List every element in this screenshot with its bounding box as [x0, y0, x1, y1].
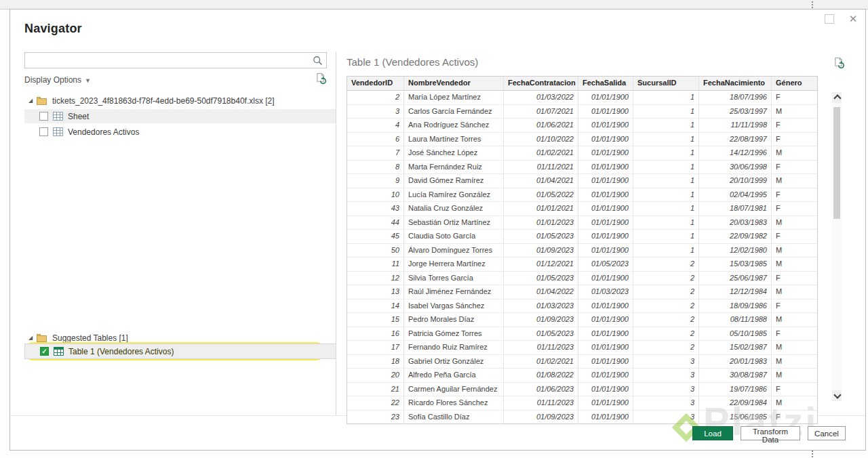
table-row: 50Álvaro Domínguez Torres01/09/202301/01…	[347, 244, 817, 258]
table-cell: 13	[347, 285, 404, 299]
table-cell: 01/05/2023	[578, 257, 633, 271]
table-cell: 25/06/1987	[699, 272, 772, 285]
table-cell: 20/01/1983	[699, 355, 772, 369]
scroll-up-button[interactable]	[832, 92, 842, 103]
window-title-strip	[0, 0, 868, 9]
suggested-tables-label: Suggested Tables [1]	[52, 333, 128, 343]
table-cell: 1	[633, 202, 699, 215]
table-cell: Marta Fernández Ruiz	[404, 161, 504, 174]
table-cell: 12	[347, 272, 404, 285]
table-row: 15Pedro Morales Díaz01/09/202301/01/1900…	[347, 313, 817, 327]
tree-node-table1-selected[interactable]: ✓ Table 1 (Vendedores Activos)	[24, 344, 336, 359]
table-cell: 01/05/2023	[504, 327, 578, 341]
table-cell: 01/01/1900	[578, 396, 633, 410]
table-cell: 11	[347, 257, 404, 271]
vertical-scrollbar[interactable]	[832, 92, 842, 401]
table-cell: 01/01/1900	[578, 146, 633, 160]
table-row: 6Laura Martínez Torres01/10/202201/01/19…	[347, 133, 817, 147]
scrollbar-thumb[interactable]	[833, 107, 840, 219]
scroll-down-button[interactable]	[832, 390, 842, 401]
table-cell: 01/01/1900	[578, 411, 633, 424]
worksheet-icon	[53, 127, 63, 136]
table-cell: Natalia Cruz González	[404, 202, 504, 215]
table1-label: Table 1 (Vendedores Activos)	[68, 347, 174, 356]
table-cell: 4	[347, 119, 404, 132]
table-cell: 01/01/1900	[578, 383, 633, 396]
display-options-dropdown[interactable]: Display Options▼	[24, 75, 91, 85]
table-cell: F	[772, 202, 817, 215]
table-cell: 12/02/1980	[699, 244, 772, 257]
refresh-preview-icon-left[interactable]	[315, 72, 326, 85]
vendedores-checkbox[interactable]	[39, 127, 48, 136]
overflow-dots-top-icon[interactable]	[811, 1, 813, 8]
table-row: 3Carlos García Fernández01/07/202101/01/…	[347, 105, 817, 119]
table-cell: 45	[347, 230, 404, 243]
column-header: NombreVendedor	[404, 77, 504, 90]
table-cell: F	[772, 161, 817, 174]
table-cell: Gabriel Ortiz González	[404, 355, 504, 369]
table-cell: 18/07/1981	[699, 202, 772, 215]
tree-node-vendedores[interactable]: Vendedores Activos	[24, 125, 336, 139]
table-cell: M	[772, 216, 817, 230]
table-cell: M	[772, 396, 817, 410]
chevron-down-icon	[833, 391, 841, 398]
navigator-dialog: ✕ Navigator Display Options▼ ◢ tickets_2…	[9, 9, 866, 451]
cancel-button[interactable]: Cancel	[808, 426, 846, 440]
table-cell: 1	[633, 174, 699, 188]
table-cell: 01/02/2021	[504, 355, 578, 369]
table-cell: Jorge Herrera Martínez	[404, 257, 504, 271]
tree-node-workbook[interactable]: ◢ tickets_2023_4f81863d-f78f-4edd-be69-5…	[24, 93, 336, 108]
overflow-dots-bottom-icon[interactable]	[811, 451, 813, 457]
table-cell: 1	[633, 216, 699, 230]
table-cell: Silvia Torres García	[404, 272, 504, 285]
table-row: 8Marta Fernández Ruiz01/11/202101/01/190…	[347, 161, 817, 175]
table-cell: 01/01/1900	[578, 341, 633, 354]
search-input[interactable]	[28, 54, 309, 68]
table-cell: F	[772, 299, 817, 313]
table-cell: 01/03/2023	[504, 299, 578, 313]
table-cell: 21	[347, 383, 404, 396]
collapse-triangle-icon[interactable]: ◢	[28, 98, 37, 104]
table-cell: 25/03/1997	[699, 105, 772, 119]
table-cell: M	[772, 244, 817, 257]
column-header: VendedorID	[347, 77, 404, 90]
table-cell: 01/01/1900	[578, 174, 633, 188]
refresh-preview-icon-right[interactable]	[833, 57, 844, 69]
table-cell: 01/01/1900	[578, 327, 633, 341]
table-cell: 19/07/1986	[699, 383, 772, 396]
table-cell: 3	[347, 105, 404, 119]
table-cell: 30/08/1987	[699, 369, 772, 382]
folder-icon	[37, 97, 47, 105]
collapse-triangle-icon[interactable]: ◢	[28, 335, 37, 341]
sheet-checkbox[interactable]	[39, 112, 48, 121]
table-cell: Raúl Jiménez Fernández	[404, 285, 504, 299]
table-cell: 01/01/1900	[578, 133, 633, 146]
table-cell: 01/05/2022	[504, 188, 578, 202]
table-row: 20Alfredo Peña García01/08/202201/01/190…	[347, 369, 817, 383]
table-cell: 20	[347, 369, 404, 382]
tree-node-sheet[interactable]: Sheet	[24, 109, 336, 123]
table-cell: Lucía Ramírez González	[404, 188, 504, 202]
table-cell: 17	[347, 341, 404, 354]
table-cell: 01/01/1900	[578, 355, 633, 369]
table-cell: 2	[633, 272, 699, 285]
search-icon[interactable]	[313, 56, 323, 66]
table-cell: 1	[633, 133, 699, 146]
display-options-label: Display Options	[24, 75, 81, 85]
suggested-table-icon	[54, 347, 64, 356]
table-cell: M	[772, 313, 817, 327]
table-cell: 20/03/1983	[699, 216, 772, 230]
maximize-button[interactable]	[825, 14, 834, 24]
load-button[interactable]: Load	[692, 426, 733, 440]
table-cell: 9	[347, 174, 404, 188]
table-cell: 05/10/1985	[699, 327, 772, 341]
table-cell: 15/02/1987	[699, 341, 772, 354]
table1-checkbox-checked[interactable]: ✓	[40, 347, 49, 356]
table-cell: 01/06/2021	[504, 119, 578, 132]
table-row: 14Isabel Vargas Sánchez01/03/202301/01/1…	[347, 299, 817, 314]
close-icon[interactable]: ✕	[848, 14, 858, 24]
pane-divider	[336, 51, 336, 415]
transform-data-button[interactable]: Transform Data	[741, 426, 800, 440]
table-cell: F	[772, 188, 817, 202]
table-cell: 18/07/1996	[699, 91, 772, 104]
